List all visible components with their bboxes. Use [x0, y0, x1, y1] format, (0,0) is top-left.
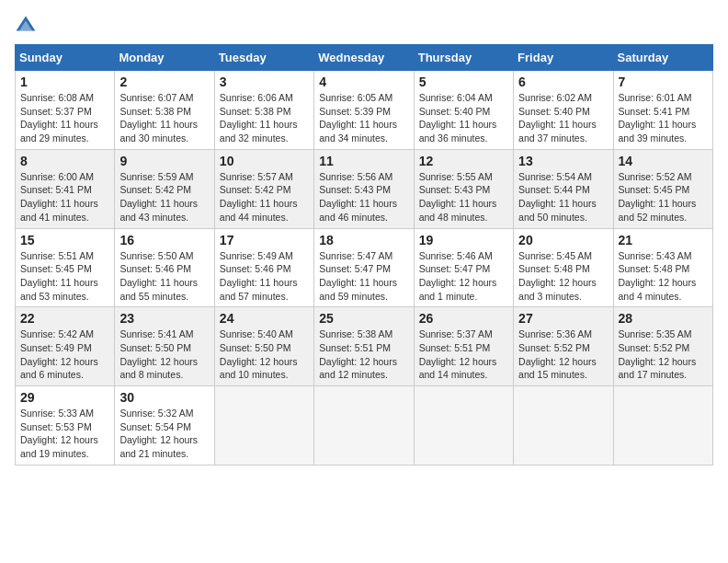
day-info: Sunrise: 5:45 AMSunset: 5:48 PMDaylight:…: [518, 249, 608, 304]
calendar-week-row: 29Sunrise: 5:33 AMSunset: 5:53 PMDayligh…: [16, 386, 713, 465]
day-info: Sunrise: 6:01 AMSunset: 5:41 PMDaylight:…: [619, 91, 708, 145]
calendar-table: SundayMondayTuesdayWednesdayThursdayFrid…: [15, 44, 713, 465]
calendar-header-friday: Friday: [514, 45, 613, 71]
calendar-cell: 24Sunrise: 5:40 AMSunset: 5:50 PMDayligh…: [214, 307, 313, 386]
calendar-header-tuesday: Tuesday: [214, 45, 313, 71]
calendar-cell: 20Sunrise: 5:45 AMSunset: 5:48 PMDayligh…: [514, 228, 613, 307]
calendar-week-row: 15Sunrise: 5:51 AMSunset: 5:45 PMDayligh…: [16, 228, 713, 307]
day-number: 11: [319, 154, 408, 168]
day-info: Sunrise: 6:00 AMSunset: 5:41 PMDaylight:…: [20, 170, 109, 224]
day-info: Sunrise: 6:08 AMSunset: 5:37 PMDaylight:…: [20, 91, 109, 145]
day-info: Sunrise: 6:02 AMSunset: 5:40 PMDaylight:…: [518, 91, 608, 145]
day-number: 16: [119, 233, 209, 247]
day-info: Sunrise: 5:42 AMSunset: 5:49 PMDaylight:…: [20, 327, 109, 382]
calendar-cell: 5Sunrise: 6:04 AMSunset: 5:40 PMDaylight…: [414, 71, 513, 150]
day-info: Sunrise: 6:07 AMSunset: 5:38 PMDaylight:…: [119, 91, 209, 145]
day-info: Sunrise: 5:56 AMSunset: 5:43 PMDaylight:…: [319, 170, 408, 224]
day-number: 10: [220, 154, 309, 168]
calendar-cell: 22Sunrise: 5:42 AMSunset: 5:49 PMDayligh…: [16, 307, 115, 386]
day-number: 23: [119, 311, 209, 326]
day-number: 9: [119, 154, 209, 168]
day-number: 25: [319, 311, 408, 326]
day-number: 20: [518, 233, 608, 247]
day-number: 7: [619, 75, 708, 89]
calendar-cell: 21Sunrise: 5:43 AMSunset: 5:48 PMDayligh…: [613, 228, 712, 307]
calendar-cell: 19Sunrise: 5:46 AMSunset: 5:47 PMDayligh…: [414, 228, 513, 307]
day-info: Sunrise: 6:05 AMSunset: 5:39 PMDaylight:…: [319, 91, 408, 145]
calendar-cell: 13Sunrise: 5:54 AMSunset: 5:44 PMDayligh…: [514, 149, 613, 228]
calendar-header-wednesday: Wednesday: [314, 45, 414, 71]
day-number: 18: [319, 233, 408, 247]
day-info: Sunrise: 5:47 AMSunset: 5:47 PMDaylight:…: [319, 249, 408, 304]
day-number: 21: [619, 233, 708, 247]
calendar-cell: 1Sunrise: 6:08 AMSunset: 5:37 PMDaylight…: [16, 71, 115, 150]
calendar-cell: 3Sunrise: 6:06 AMSunset: 5:38 PMDaylight…: [214, 71, 313, 150]
day-info: Sunrise: 5:43 AMSunset: 5:48 PMDaylight:…: [619, 249, 708, 304]
day-info: Sunrise: 5:57 AMSunset: 5:42 PMDaylight:…: [220, 170, 309, 224]
day-number: 6: [518, 75, 608, 89]
day-info: Sunrise: 5:52 AMSunset: 5:45 PMDaylight:…: [619, 170, 708, 224]
day-info: Sunrise: 5:51 AMSunset: 5:45 PMDaylight:…: [20, 249, 109, 304]
calendar-cell: 2Sunrise: 6:07 AMSunset: 5:38 PMDaylight…: [115, 71, 214, 150]
day-number: 1: [20, 75, 109, 89]
day-number: 27: [518, 311, 608, 326]
day-info: Sunrise: 5:37 AMSunset: 5:51 PMDaylight:…: [419, 327, 508, 382]
calendar-cell: [414, 386, 513, 465]
day-number: 14: [619, 154, 708, 168]
calendar-cell: 29Sunrise: 5:33 AMSunset: 5:53 PMDayligh…: [16, 386, 115, 465]
day-info: Sunrise: 5:40 AMSunset: 5:50 PMDaylight:…: [220, 327, 309, 382]
calendar-week-row: 1Sunrise: 6:08 AMSunset: 5:37 PMDaylight…: [16, 71, 713, 150]
calendar-cell: 16Sunrise: 5:50 AMSunset: 5:46 PMDayligh…: [115, 228, 214, 307]
logo-icon: [15, 15, 37, 37]
day-info: Sunrise: 5:38 AMSunset: 5:51 PMDaylight:…: [319, 327, 408, 382]
calendar-cell: 8Sunrise: 6:00 AMSunset: 5:41 PMDaylight…: [16, 149, 115, 228]
day-number: 22: [20, 311, 109, 326]
day-number: 3: [220, 75, 309, 89]
logo: [15, 15, 40, 37]
day-number: 12: [419, 154, 508, 168]
calendar-cell: 28Sunrise: 5:35 AMSunset: 5:52 PMDayligh…: [613, 307, 712, 386]
calendar-cell: 30Sunrise: 5:32 AMSunset: 5:54 PMDayligh…: [115, 386, 214, 465]
calendar-cell: 18Sunrise: 5:47 AMSunset: 5:47 PMDayligh…: [314, 228, 414, 307]
calendar-cell: 9Sunrise: 5:59 AMSunset: 5:42 PMDaylight…: [115, 149, 214, 228]
day-number: 28: [619, 311, 708, 326]
day-number: 29: [20, 390, 109, 405]
day-info: Sunrise: 5:36 AMSunset: 5:52 PMDaylight:…: [518, 327, 608, 382]
day-info: Sunrise: 6:06 AMSunset: 5:38 PMDaylight:…: [220, 91, 309, 145]
calendar-cell: [314, 386, 414, 465]
calendar-header-monday: Monday: [115, 45, 214, 71]
calendar-cell: 27Sunrise: 5:36 AMSunset: 5:52 PMDayligh…: [514, 307, 613, 386]
day-number: 17: [220, 233, 309, 247]
calendar-cell: 25Sunrise: 5:38 AMSunset: 5:51 PMDayligh…: [314, 307, 414, 386]
day-number: 4: [319, 75, 408, 89]
day-info: Sunrise: 5:49 AMSunset: 5:46 PMDaylight:…: [220, 249, 309, 304]
calendar-cell: 6Sunrise: 6:02 AMSunset: 5:40 PMDaylight…: [514, 71, 613, 150]
calendar-header-thursday: Thursday: [414, 45, 513, 71]
day-number: 13: [518, 154, 608, 168]
day-info: Sunrise: 5:55 AMSunset: 5:43 PMDaylight:…: [419, 170, 508, 224]
day-number: 19: [419, 233, 508, 247]
day-number: 24: [220, 311, 309, 326]
day-number: 30: [119, 390, 209, 405]
day-number: 5: [419, 75, 508, 89]
calendar-cell: 10Sunrise: 5:57 AMSunset: 5:42 PMDayligh…: [214, 149, 313, 228]
calendar-cell: [514, 386, 613, 465]
day-info: Sunrise: 5:46 AMSunset: 5:47 PMDaylight:…: [419, 249, 508, 304]
calendar-header-row: SundayMondayTuesdayWednesdayThursdayFrid…: [16, 45, 713, 71]
calendar-cell: 17Sunrise: 5:49 AMSunset: 5:46 PMDayligh…: [214, 228, 313, 307]
day-number: 26: [419, 311, 508, 326]
calendar-cell: 14Sunrise: 5:52 AMSunset: 5:45 PMDayligh…: [613, 149, 712, 228]
day-number: 2: [119, 75, 209, 89]
day-info: Sunrise: 5:33 AMSunset: 5:53 PMDaylight:…: [20, 407, 109, 461]
day-info: Sunrise: 6:04 AMSunset: 5:40 PMDaylight:…: [419, 91, 508, 145]
calendar-cell: 23Sunrise: 5:41 AMSunset: 5:50 PMDayligh…: [115, 307, 214, 386]
calendar-cell: 7Sunrise: 6:01 AMSunset: 5:41 PMDaylight…: [613, 71, 712, 150]
calendar-header-saturday: Saturday: [613, 45, 712, 71]
day-info: Sunrise: 5:41 AMSunset: 5:50 PMDaylight:…: [119, 327, 209, 382]
calendar-cell: 11Sunrise: 5:56 AMSunset: 5:43 PMDayligh…: [314, 149, 414, 228]
calendar-cell: 4Sunrise: 6:05 AMSunset: 5:39 PMDaylight…: [314, 71, 414, 150]
day-info: Sunrise: 5:59 AMSunset: 5:42 PMDaylight:…: [119, 170, 209, 224]
calendar-cell: 15Sunrise: 5:51 AMSunset: 5:45 PMDayligh…: [16, 228, 115, 307]
calendar-week-row: 8Sunrise: 6:00 AMSunset: 5:41 PMDaylight…: [16, 149, 713, 228]
calendar-cell: [214, 386, 313, 465]
